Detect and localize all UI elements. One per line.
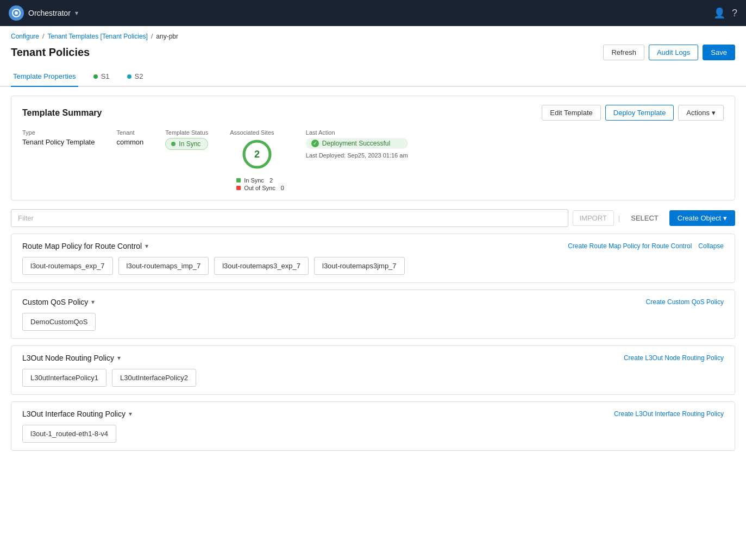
list-item[interactable]: L30utInterfacePolicy2 xyxy=(112,369,196,387)
in-sync-legend: In Sync 2 xyxy=(236,177,284,184)
list-item[interactable]: DemoCustomQoS xyxy=(22,313,96,331)
section-title-l3out-node[interactable]: L3Out Node Routing Policy▾ xyxy=(22,354,121,362)
section-items-route-map: l3out-routemaps_exp_7l3out-routemaps_imp… xyxy=(22,257,724,275)
list-item[interactable]: l3out-1_routed-eth1-8-v4 xyxy=(22,425,116,443)
section-create-custom-qos[interactable]: Create Custom QoS Policy xyxy=(646,298,724,306)
section-header-route-map: Route Map Policy for Route Control▾Creat… xyxy=(22,242,724,250)
page-title: Tenant Policies xyxy=(11,46,90,59)
card-title: Template Summary xyxy=(22,108,102,118)
last-action-content: ✓ Deployment Successful Last Deployed: S… xyxy=(306,138,408,159)
section-actions-custom-qos: Create Custom QoS Policy xyxy=(646,298,724,306)
nav-right-icons: 👤 ? xyxy=(713,7,737,19)
sites-circle-chart: 2 xyxy=(241,138,273,171)
help-icon[interactable]: ? xyxy=(732,8,737,19)
last-deployed-text: Last Deployed: Sep25, 2023 01:16 am xyxy=(306,152,408,159)
status-badge: In Sync xyxy=(165,138,208,150)
in-sync-dot-icon xyxy=(236,178,241,183)
card-actions: Edit Template Deploy Template Actions ▾ xyxy=(542,105,724,121)
breadcrumb-configure[interactable]: Configure xyxy=(11,33,39,40)
audit-logs-button[interactable]: Audit Logs xyxy=(649,45,698,60)
section-chevron-icon: ▾ xyxy=(117,354,121,362)
create-chevron-icon: ▾ xyxy=(723,214,727,222)
refresh-button[interactable]: Refresh xyxy=(603,45,644,60)
section-title-route-map[interactable]: Route Map Policy for Route Control▾ xyxy=(22,242,148,250)
section-header-custom-qos: Custom QoS Policy▾Create Custom QoS Poli… xyxy=(22,298,724,306)
app-name[interactable]: Orchestrator xyxy=(28,9,71,17)
deployment-badge: ✓ Deployment Successful xyxy=(306,138,408,149)
section-create-route-map[interactable]: Create Route Map Policy for Route Contro… xyxy=(568,242,692,250)
type-value: Tenant Policy Template xyxy=(22,138,95,146)
import-button: IMPORT xyxy=(573,210,614,226)
card-header: Template Summary Edit Template Deploy Te… xyxy=(22,105,724,121)
section-actions-l3out-interface: Create L3Out Interface Routing Policy xyxy=(614,410,724,418)
deployment-status: Deployment Successful xyxy=(322,140,390,147)
out-of-sync-count: 0 xyxy=(281,185,284,191)
tenant-label: Tenant xyxy=(116,129,143,136)
select-button[interactable]: SELECT xyxy=(624,211,665,225)
deployment-success-icon: ✓ xyxy=(311,140,319,147)
list-item[interactable]: l3out-routemaps_imp_7 xyxy=(118,257,209,275)
section-create-l3out-node[interactable]: Create L3Out Node Routing Policy xyxy=(624,354,724,362)
status-value: In Sync xyxy=(179,140,200,148)
actions-chevron-icon: ▾ xyxy=(712,109,716,117)
tab-s2[interactable]: S2 xyxy=(125,67,146,87)
section-items-l3out-interface: l3out-1_routed-eth1-8-v4 xyxy=(22,425,724,443)
section-items-custom-qos: DemoCustomQoS xyxy=(22,313,724,331)
sections-container: Route Map Policy for Route Control▾Creat… xyxy=(11,234,735,451)
edit-template-button[interactable]: Edit Template xyxy=(542,105,601,121)
section-actions-route-map: Create Route Map Policy for Route Contro… xyxy=(568,242,724,250)
nav-chevron-icon[interactable]: ▾ xyxy=(75,9,78,17)
create-object-button[interactable]: Create Object ▾ xyxy=(669,210,735,226)
deploy-template-button[interactable]: Deploy Template xyxy=(605,105,674,121)
main-area: Template Summary Edit Template Deploy Te… xyxy=(0,87,746,466)
list-item[interactable]: l3out-routemaps3jmp_7 xyxy=(314,257,405,275)
last-action-item: Last Action ✓ Deployment Successful Last… xyxy=(306,129,408,159)
svg-point-1 xyxy=(15,11,18,15)
section-route-map: Route Map Policy for Route Control▾Creat… xyxy=(11,234,735,283)
associated-sites-label: Associated Sites xyxy=(230,129,284,136)
list-item[interactable]: l3out-routemaps_exp_7 xyxy=(22,257,113,275)
section-l3out-interface: L3Out Interface Routing Policy▾Create L3… xyxy=(11,401,735,451)
out-of-sync-legend: Out of Sync 0 xyxy=(236,185,284,191)
in-sync-count: 2 xyxy=(269,177,273,184)
associated-sites-item: Associated Sites 2 In Sy xyxy=(230,129,284,191)
page-header: Tenant Policies Refresh Audit Logs Save xyxy=(0,42,746,67)
list-item[interactable]: L30utInterfacePolicy1 xyxy=(22,369,106,387)
associated-sites-content: 2 In Sync 2 Out of Sync 0 xyxy=(230,138,284,191)
s1-dot xyxy=(93,74,98,79)
filter-input[interactable] xyxy=(11,209,568,227)
tab-s1[interactable]: S1 xyxy=(91,67,112,87)
save-button[interactable]: Save xyxy=(703,45,735,60)
tenant-item: Tenant common xyxy=(116,129,143,146)
tab-bar: Template Properties S1 S2 xyxy=(0,67,746,87)
in-sync-label: In Sync xyxy=(244,177,264,184)
section-title-custom-qos[interactable]: Custom QoS Policy▾ xyxy=(22,298,95,306)
section-chevron-icon: ▾ xyxy=(91,298,95,306)
actions-button[interactable]: Actions ▾ xyxy=(678,105,724,121)
breadcrumb: Configure / Tenant Templates [Tenant Pol… xyxy=(0,26,746,42)
section-collapse-route-map[interactable]: Collapse xyxy=(698,242,724,250)
app-logo xyxy=(9,5,24,21)
list-item[interactable]: l3out-routemaps3_exp_7 xyxy=(214,257,309,275)
main-content: Configure / Tenant Templates [Tenant Pol… xyxy=(0,26,746,560)
section-title-text: L3Out Node Routing Policy xyxy=(22,354,114,362)
breadcrumb-tenant-templates[interactable]: Tenant Templates [Tenant Policies] xyxy=(47,33,148,40)
circle-number: 2 xyxy=(254,149,260,160)
type-item: Type Tenant Policy Template xyxy=(22,129,95,146)
section-items-l3out-node: L30utInterfacePolicy1L30utInterfacePolic… xyxy=(22,369,724,387)
breadcrumb-sep1: / xyxy=(42,33,44,40)
nav-brand: Orchestrator ▾ xyxy=(9,5,78,21)
section-title-l3out-interface[interactable]: L3Out Interface Routing Policy▾ xyxy=(22,410,132,418)
tab-template-properties[interactable]: Template Properties xyxy=(11,67,78,87)
section-create-l3out-interface[interactable]: Create L3Out Interface Routing Policy xyxy=(614,410,724,418)
section-header-l3out-node: L3Out Node Routing Policy▾Create L3Out N… xyxy=(22,354,724,362)
breadcrumb-sep2: / xyxy=(151,33,153,40)
status-label: Template Status xyxy=(165,129,208,136)
section-title-text: Route Map Policy for Route Control xyxy=(22,242,142,250)
section-chevron-icon: ▾ xyxy=(129,410,132,418)
user-icon[interactable]: 👤 xyxy=(713,7,725,19)
top-navigation: Orchestrator ▾ 👤 ? xyxy=(0,0,746,26)
out-of-sync-label: Out of Sync xyxy=(244,185,275,191)
out-of-sync-dot-icon xyxy=(236,186,241,190)
header-actions: Refresh Audit Logs Save xyxy=(603,45,735,60)
